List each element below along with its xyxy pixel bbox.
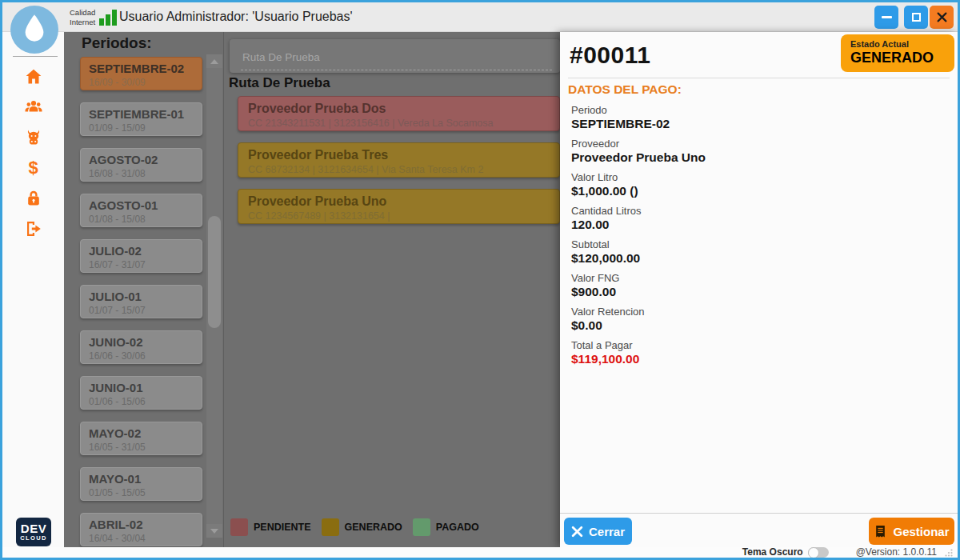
period-card[interactable]: AGOSTO-01 01/08 - 15/08 bbox=[80, 194, 202, 227]
field-row: Valor FNG $900.00 bbox=[571, 272, 939, 299]
field-value: $0.00 bbox=[571, 318, 939, 333]
field-row: Valor Retencion $0.00 bbox=[571, 306, 939, 333]
period-range: 16/07 - 31/07 bbox=[89, 259, 194, 270]
app-window: Calidad Internet Usuario Administrador: … bbox=[0, 0, 960, 560]
app-logo bbox=[10, 6, 58, 54]
connection-quality-indicator: Calidad Internet bbox=[70, 8, 95, 27]
legend-label: GENERADO bbox=[345, 522, 402, 533]
field-row: Cantidad Litros 120.00 bbox=[571, 205, 939, 232]
field-row: Subtotal $120,000.00 bbox=[571, 238, 939, 266]
version-text: @Version: 1.0.0.11 bbox=[856, 547, 937, 558]
period-range: 01/05 - 15/05 bbox=[89, 487, 194, 498]
sidebar-item-payments[interactable]: $ bbox=[22, 158, 45, 178]
field-row: Valor Litro $1,000.00 () bbox=[571, 171, 939, 198]
legend-item: PAGADO bbox=[413, 518, 479, 536]
field-value: $900.00 bbox=[571, 285, 939, 299]
brand-badge: DEV CLOUD bbox=[16, 518, 51, 546]
period-name: MAYO-02 bbox=[89, 426, 194, 441]
provider-details: CC 68732134 | 3121634654 | Via Santa Ter… bbox=[248, 164, 550, 175]
titlebar: Calidad Internet Usuario Administrador: … bbox=[2, 2, 958, 32]
provider-card[interactable]: Proveedor Prueba Uno CC 1234567489 | 313… bbox=[238, 189, 560, 224]
field-value: Proveedor Prueba Uno bbox=[571, 150, 939, 165]
scroll-up-button[interactable] bbox=[206, 54, 222, 68]
period-name: SEPTIEMBRE-01 bbox=[89, 107, 194, 122]
field-value: 120.00 bbox=[571, 218, 939, 232]
period-card[interactable]: JULIO-02 16/07 - 31/07 bbox=[80, 239, 202, 273]
legend-swatch bbox=[413, 518, 430, 536]
sidebar-item-users[interactable] bbox=[22, 98, 45, 117]
provider-name: Proveedor Prueba Uno bbox=[248, 194, 550, 209]
toggle-knob bbox=[808, 547, 819, 558]
sidebar-item-logout[interactable] bbox=[22, 219, 45, 238]
field-label: Total a Pagar bbox=[571, 339, 939, 351]
x-icon bbox=[571, 526, 583, 538]
period-card[interactable]: JULIO-01 01/07 - 15/07 bbox=[80, 285, 202, 318]
sidebar-nav: $ bbox=[2, 67, 64, 238]
users-icon bbox=[23, 98, 44, 117]
period-card[interactable]: JUNIO-02 16/06 - 30/06 bbox=[80, 330, 202, 364]
period-name: AGOSTO-01 bbox=[89, 198, 194, 213]
footer-divider bbox=[560, 513, 958, 514]
status-legend: PENDIENTE GENERADO PAGADO bbox=[230, 518, 479, 536]
period-card[interactable]: JUNIO-01 01/06 - 15/06 bbox=[80, 376, 202, 410]
period-name: JULIO-01 bbox=[89, 290, 194, 304]
close-icon bbox=[937, 12, 947, 22]
period-name: ABRIL-02 bbox=[89, 518, 194, 532]
resize-grip-icon[interactable] bbox=[945, 549, 953, 557]
period-name: JULIO-02 bbox=[89, 244, 194, 258]
period-range: 01/09 - 15/09 bbox=[89, 122, 194, 134]
field-row: Total a Pagar $119,100.00 bbox=[571, 339, 939, 366]
field-label: Valor Litro bbox=[571, 171, 939, 183]
sidebar: $ DEV CLOUD bbox=[2, 32, 64, 547]
sidebar-item-home[interactable] bbox=[22, 67, 45, 86]
route-search-input[interactable] bbox=[241, 44, 552, 70]
theme-toggle[interactable] bbox=[808, 547, 829, 558]
provider-details: CC 21343211531 | 3123156416 | Vereda La … bbox=[248, 118, 550, 129]
period-card[interactable]: MAYO-02 16/05 - 31/05 bbox=[80, 422, 202, 455]
close-dialog-label: Cerrar bbox=[589, 525, 625, 538]
field-value: SEPTIEMBRE-02 bbox=[571, 117, 939, 131]
period-range: 16/06 - 30/06 bbox=[89, 350, 194, 362]
dimmed-content-region: Periodos: SEPTIEMBRE-02 16/09 - 30/09 SE… bbox=[64, 32, 560, 547]
close-window-button[interactable] bbox=[930, 6, 954, 29]
field-row: Proveedor Proveedor Prueba Uno bbox=[571, 138, 939, 165]
field-label: Periodo bbox=[571, 104, 939, 116]
provider-name: Proveedor Prueba Tres bbox=[248, 148, 550, 162]
minimize-button[interactable] bbox=[874, 6, 898, 29]
period-name: SEPTIEMBRE-02 bbox=[89, 62, 194, 76]
period-card[interactable]: ABRIL-02 16/04 - 30/04 bbox=[80, 513, 202, 546]
period-range: 16/04 - 30/04 bbox=[89, 533, 194, 544]
close-dialog-button[interactable]: Cerrar bbox=[564, 518, 632, 545]
payment-detail-panel: #00011 Estado Actual GENERADO DATOS DEL … bbox=[560, 32, 958, 547]
receipt-icon bbox=[874, 525, 887, 538]
route-title: Ruta De Prueba bbox=[229, 75, 330, 91]
period-card[interactable]: SEPTIEMBRE-01 01/09 - 15/09 bbox=[80, 102, 202, 136]
period-card[interactable]: AGOSTO-02 16/08 - 31/08 bbox=[80, 148, 202, 182]
period-range: 16/09 - 30/09 bbox=[89, 77, 194, 88]
chevron-down-icon bbox=[210, 529, 218, 534]
maximize-button[interactable] bbox=[904, 6, 928, 29]
periods-list: SEPTIEMBRE-02 16/09 - 30/09 SEPTIEMBRE-0… bbox=[80, 57, 202, 547]
legend-swatch bbox=[322, 518, 339, 536]
period-range: 01/08 - 15/08 bbox=[89, 214, 194, 225]
sidebar-item-livestock[interactable] bbox=[22, 128, 45, 147]
provider-card[interactable]: Proveedor Prueba Tres CC 68732134 | 3121… bbox=[238, 142, 560, 178]
theme-label: Tema Oscuro bbox=[742, 547, 803, 558]
period-card[interactable]: MAYO-01 01/05 - 15/05 bbox=[80, 467, 202, 501]
brand-line2: CLOUD bbox=[20, 534, 47, 542]
periods-scrollbar-thumb[interactable] bbox=[208, 216, 221, 328]
payment-fields: Periodo SEPTIEMBRE-02 Proveedor Proveedo… bbox=[571, 98, 939, 366]
field-label: Valor FNG bbox=[571, 272, 939, 284]
field-label: Proveedor bbox=[571, 138, 939, 150]
periods-title: Periodos: bbox=[82, 34, 152, 52]
period-name: JUNIO-01 bbox=[89, 381, 194, 395]
period-range: 01/06 - 15/06 bbox=[89, 396, 194, 407]
providers-list: Proveedor Prueba Dos CC 21343211531 | 31… bbox=[238, 96, 560, 235]
sidebar-item-security[interactable] bbox=[22, 189, 45, 208]
period-card[interactable]: SEPTIEMBRE-02 16/09 - 30/09 bbox=[80, 57, 202, 90]
detail-divider bbox=[568, 78, 950, 78]
legend-swatch bbox=[230, 518, 248, 536]
scroll-down-button[interactable] bbox=[206, 524, 222, 538]
manage-button[interactable]: Gestionar bbox=[869, 518, 954, 545]
provider-card[interactable]: Proveedor Prueba Dos CC 21343211531 | 31… bbox=[238, 96, 560, 131]
